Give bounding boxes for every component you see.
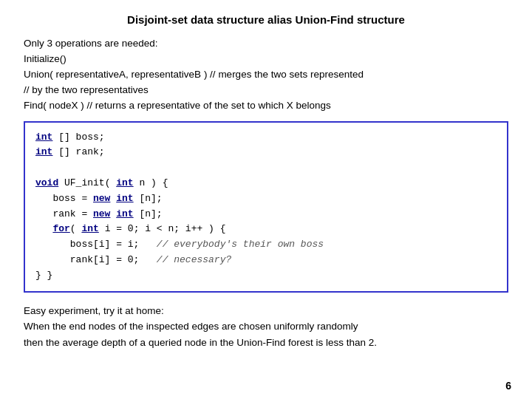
intro-line3a: Union( representativeA, representativeB … <box>24 67 508 83</box>
code-line-4: void UF_init( int n ) { <box>35 176 497 191</box>
slide-container: Disjoint-set data structure alias Union-… <box>0 0 532 399</box>
intro-line2: Initialize() <box>24 52 508 67</box>
code-line-10: } } <box>35 268 497 284</box>
code-line-9: rank[i] = 0; // necessary? <box>35 253 497 268</box>
code-block: int [] boss; int [] rank; void UF_init( … <box>24 121 508 293</box>
page-number: 6 <box>505 380 511 392</box>
code-line-6: rank = new int [n]; <box>35 207 497 222</box>
footer-section: Easy experiment, try it at home: When th… <box>24 303 508 351</box>
intro-line3b: // by the two representatives <box>24 83 508 98</box>
code-line-2: int [] rank; <box>35 145 497 160</box>
intro-line1: Only 3 operations are needed: <box>24 36 508 52</box>
code-line-8: boss[i] = i; // everybody's their own bo… <box>35 237 497 253</box>
intro-line4: Find( nodeX ) // returns a representativ… <box>24 98 508 114</box>
footer-line3: then the average depth of a queried node… <box>24 335 508 351</box>
footer-line2: When the end nodes of the inspected edge… <box>24 318 508 335</box>
code-line-3 <box>35 160 497 176</box>
code-line-1: int [] boss; <box>35 130 497 146</box>
slide-title: Disjoint-set data structure alias Union-… <box>24 13 508 26</box>
code-line-5: boss = new int [n]; <box>35 191 497 207</box>
footer-line1: Easy experiment, try it at home: <box>24 303 508 319</box>
intro-section: Only 3 operations are needed: Initialize… <box>24 36 508 114</box>
code-line-7: for( int i = 0; i < n; i++ ) { <box>35 222 497 237</box>
